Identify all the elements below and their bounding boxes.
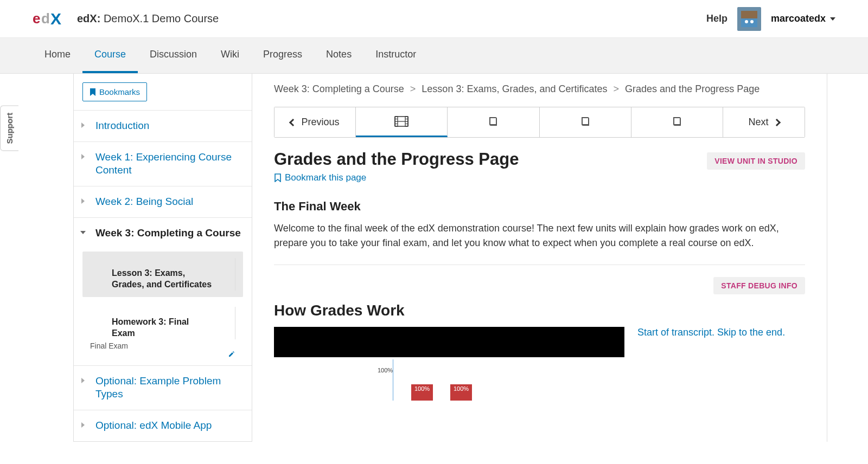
svg-text:X: X: [50, 10, 61, 28]
support-tab[interactable]: Support: [0, 106, 18, 151]
video-black-bar: [274, 327, 624, 357]
staff-debug-button[interactable]: STAFF DEBUG INFO: [713, 277, 805, 294]
nav-item-instructor[interactable]: Instructor: [363, 38, 428, 73]
bookmarks-button[interactable]: Bookmarks: [82, 82, 147, 101]
section-heading-how-grades: How Grades Work: [274, 302, 805, 319]
chevron-left-icon: [289, 118, 297, 126]
sidebar-section-label: Week 2: Being Social: [95, 195, 243, 209]
y-axis-label: 100%: [378, 367, 393, 373]
sidebar-section-label: Introduction: [95, 119, 243, 133]
sidebar-section[interactable]: Introduction: [74, 110, 252, 141]
svg-rect-18: [674, 118, 680, 124]
main-content: Week 3: Completing a Course > Lesson 3: …: [252, 74, 827, 442]
section-body-final-week: Welcome to the final week of the edX dem…: [274, 221, 805, 250]
nav-item-discussion[interactable]: Discussion: [138, 38, 209, 73]
bookmark-page-link[interactable]: Bookmark this page: [274, 172, 366, 183]
course-prefix: edX:: [77, 12, 100, 24]
sidebar-section-label: Week 1: Experiencing Course Content: [95, 151, 243, 177]
chart-bar: 100%: [411, 384, 433, 401]
course-title: edX: DemoX.1 Demo Course: [77, 12, 706, 25]
svg-rect-3: [741, 11, 757, 18]
nav-item-course[interactable]: Course: [82, 38, 138, 73]
sidebar-section-label: Optional: Example Problem Types: [95, 375, 243, 401]
sidebar-subsection-subtitle: Final Exam: [90, 341, 235, 350]
bookmarks-label: Bookmarks: [99, 87, 140, 96]
next-button[interactable]: Next: [723, 107, 805, 137]
sequence-tab[interactable]: [356, 107, 448, 137]
sequence-tab[interactable]: [631, 107, 723, 137]
course-nav: HomeCourseDiscussionWikiProgressNotesIns…: [0, 38, 868, 74]
sequence-nav: Previous Next: [274, 107, 805, 138]
bookmark-page-label: Bookmark this page: [285, 172, 366, 183]
sidebar-section[interactable]: Week 3: Completing a Course: [74, 217, 252, 249]
nav-item-notes[interactable]: Notes: [314, 38, 363, 73]
divider: [274, 265, 805, 265]
sidebar-subsection[interactable]: Lesson 3: Exams, Grades, and Certificate…: [82, 252, 243, 297]
section-heading-final-week: The Final Week: [274, 199, 805, 214]
sidebar-subsection[interactable]: Homework 3: Final ExamFinal Exam: [82, 300, 243, 357]
book-icon: [672, 116, 682, 127]
nav-item-wiki[interactable]: Wiki: [209, 38, 251, 73]
sidebar-subsection-title: Lesson 3: Exams, Grades, and Certificate…: [90, 258, 235, 291]
sidebar-section[interactable]: Optional: Example Problem Types: [74, 365, 252, 410]
sidebar-section[interactable]: Optional: edX Mobile App: [74, 410, 252, 441]
header: e d X edX: DemoX.1 Demo Course Help marc…: [0, 0, 868, 38]
user-menu[interactable]: marcoatedx: [771, 13, 835, 24]
chevron-icon: [80, 231, 86, 234]
chevron-icon: [81, 378, 85, 383]
avatar[interactable]: [737, 7, 761, 31]
sequence-tab[interactable]: [448, 107, 539, 137]
breadcrumb-a[interactable]: Week 3: Completing a Course: [274, 83, 404, 94]
svg-text:e: e: [33, 10, 40, 27]
svg-point-5: [745, 20, 748, 23]
sequence-tab[interactable]: [540, 107, 631, 137]
chevron-icon: [81, 154, 85, 159]
chevron-right-icon: [773, 118, 780, 126]
edit-icon[interactable]: [228, 350, 235, 360]
transcript-skip-link[interactable]: Start of transcript. Skip to the end.: [637, 327, 785, 401]
breadcrumb-b[interactable]: Lesson 3: Exams, Grades, and Certificate…: [422, 83, 607, 94]
chevron-down-icon: [830, 17, 835, 21]
svg-point-6: [750, 20, 754, 23]
page-title: Grades and the Progress Page: [274, 150, 519, 169]
sidebar-section-label: Week 3: Completing a Course: [95, 227, 243, 240]
svg-rect-16: [490, 118, 496, 124]
video-chart-preview: 100% 100% 100%: [274, 357, 624, 401]
svg-rect-17: [583, 118, 588, 124]
nav-item-home[interactable]: Home: [33, 38, 82, 73]
chevron-icon: [81, 198, 85, 204]
previous-button[interactable]: Previous: [275, 107, 356, 137]
sidebar-subsection-title: Homework 3: Final Exam: [90, 307, 235, 339]
sidebar-section[interactable]: Week 2: Being Social: [74, 186, 252, 217]
breadcrumb: Week 3: Completing a Course > Lesson 3: …: [274, 83, 805, 95]
chart-bar: 100%: [450, 384, 472, 401]
book-icon: [488, 116, 499, 127]
bookmark-icon: [90, 88, 96, 96]
svg-rect-4: [741, 18, 757, 27]
svg-text:d: d: [41, 10, 50, 27]
edx-logo[interactable]: e d X: [33, 10, 66, 28]
video-icon: [394, 116, 409, 127]
book-icon: [580, 116, 591, 127]
sidebar: Bookmarks IntroductionWeek 1: Experienci…: [73, 74, 252, 442]
video-player[interactable]: 100% 100% 100%: [274, 327, 624, 401]
next-label: Next: [748, 117, 768, 128]
breadcrumb-c: Grades and the Progress Page: [625, 83, 760, 94]
help-link[interactable]: Help: [706, 13, 727, 24]
previous-label: Previous: [301, 117, 339, 128]
nav-item-progress[interactable]: Progress: [251, 38, 314, 73]
sidebar-section[interactable]: Week 1: Experiencing Course Content: [74, 141, 252, 186]
chevron-icon: [81, 422, 85, 428]
bookmark-outline-icon: [274, 173, 282, 182]
view-in-studio-button[interactable]: VIEW UNIT IN STUDIO: [707, 152, 805, 170]
chevron-icon: [81, 123, 85, 128]
sidebar-section-label: Optional: edX Mobile App: [95, 419, 243, 433]
username: marcoatedx: [771, 13, 826, 24]
course-name: DemoX.1 Demo Course: [104, 12, 219, 24]
y-axis: [393, 359, 393, 401]
